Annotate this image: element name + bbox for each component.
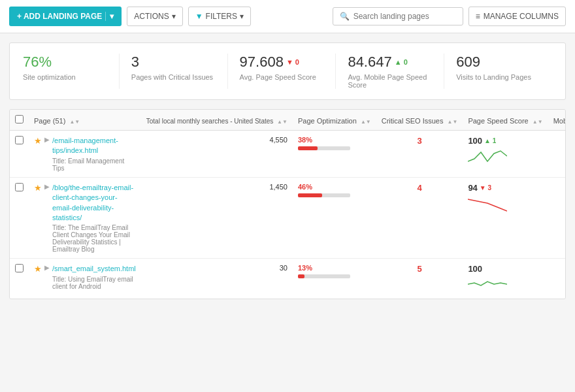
row-mobile-usability-cell: ! xyxy=(548,259,566,299)
table-row: ★ ▶ /smart_email_system.html Title: Usin… xyxy=(10,259,566,299)
star-icon[interactable]: ★ xyxy=(34,183,42,193)
stat-value-mobile-speed: 84.647 ▲ 0 xyxy=(348,54,432,71)
row-searches-cell: 4,550 xyxy=(141,131,293,178)
critical-value: 3 xyxy=(417,136,421,146)
row-critical-cell: 4 xyxy=(376,177,463,259)
page-title: Title: Email Management Tips xyxy=(52,157,136,172)
add-arrow-icon: ▾ xyxy=(105,12,114,21)
row-page-cell: ★ ▶ /email-management-tips/index.html Ti… xyxy=(29,131,141,178)
speed-score-wrap: 100 ▲ 1 xyxy=(468,136,542,165)
row-speed-cell: 94 ▼ 3 xyxy=(463,177,548,259)
expand-arrow-icon[interactable]: ▶ xyxy=(44,264,50,271)
stat-value-page-speed: 97.608 ▼ 0 xyxy=(240,54,324,71)
add-label: + ADD LANDING PAGE xyxy=(17,12,102,21)
optimization-bar-wrap: 13% xyxy=(298,264,371,278)
row-speed-cell: 100 xyxy=(463,259,548,299)
searches-value: 1,450 xyxy=(269,183,288,191)
sort-arrows-searches: ▲▼ xyxy=(277,119,288,125)
optimization-bar-fill xyxy=(298,146,318,150)
stat-value-critical: 3 xyxy=(131,54,216,71)
manage-columns-button[interactable]: ≡ MANAGE COLUMNS xyxy=(468,7,566,26)
mobile-usability-column-header[interactable]: Mobile usability ▲▼ xyxy=(548,110,566,131)
speed-value: 94 ▼ 3 xyxy=(468,183,542,193)
speed-change: ▲ 1 xyxy=(484,137,496,144)
opt-column-header[interactable]: Page Optimization ▲▼ xyxy=(293,110,376,131)
stat-badge-page-speed: ▼ 0 xyxy=(286,58,299,66)
page-title: Title: Using EmailTray email client for … xyxy=(52,276,136,290)
search-input[interactable] xyxy=(353,12,456,21)
stat-critical-issues: 3 Pages with Critical Issues xyxy=(120,54,228,89)
sort-arrows-critical: ▲▼ xyxy=(448,119,458,125)
speed-change: ▼ 3 xyxy=(480,184,491,191)
optimization-label: 38% xyxy=(298,136,371,144)
optimization-bar-fill xyxy=(298,274,304,278)
critical-value: 5 xyxy=(417,264,421,274)
stat-label-page-speed: Avg. Page Speed Score xyxy=(240,73,324,81)
stat-page-speed: 97.608 ▼ 0 Avg. Page Speed Score xyxy=(228,54,337,89)
row-mobile-usability-cell: ! xyxy=(548,131,566,178)
filters-button[interactable]: ▼ FILTERS ▾ xyxy=(188,7,251,26)
stat-visits: 609 Visits to Landing Pages xyxy=(444,54,552,89)
row-searches-cell: 1,450 xyxy=(141,177,293,259)
optimization-bar-wrap: 46% xyxy=(298,183,371,197)
star-icon[interactable]: ★ xyxy=(34,136,42,146)
toolbar-right: 🔍 ≡ MANAGE COLUMNS xyxy=(333,7,566,26)
row-checkbox-cell xyxy=(10,177,29,259)
stat-value-visits: 609 xyxy=(456,54,540,71)
toolbar: + ADD LANDING PAGE ▾ ACTIONS ▾ ▼ FILTERS… xyxy=(0,0,575,33)
sort-arrows-page: ▲▼ xyxy=(69,119,80,125)
row-optimization-cell: 38% xyxy=(293,131,376,178)
speed-value: 100 ▲ 1 xyxy=(468,136,542,146)
searches-value: 30 xyxy=(280,264,288,272)
speed-score-wrap: 94 ▼ 3 xyxy=(468,183,542,212)
row-checkbox[interactable] xyxy=(15,264,24,272)
stat-label-optimization: Site optimization xyxy=(23,73,107,81)
sparkline-speed xyxy=(468,275,507,293)
table-row: ★ ▶ /email-management-tips/index.html Ti… xyxy=(10,131,566,178)
actions-button[interactable]: ACTIONS ▾ xyxy=(127,7,182,26)
row-checkbox[interactable] xyxy=(15,136,24,144)
optimization-label: 13% xyxy=(298,264,371,272)
optimization-bar-wrap: 38% xyxy=(298,136,371,150)
row-optimization-cell: 13% xyxy=(293,259,376,299)
landing-pages-table: Page (51) ▲▼ Total local monthly searche… xyxy=(9,109,566,299)
stats-bar: 76% Site optimization 3 Pages with Criti… xyxy=(9,42,566,100)
row-mobile-usability-cell: ! xyxy=(548,177,566,259)
page-url[interactable]: /blog/the-emailtray-email-client-changes… xyxy=(52,183,136,223)
sort-arrows-speed: ▲▼ xyxy=(533,119,543,125)
searches-column-header[interactable]: Total local monthly searches - United St… xyxy=(141,110,293,131)
critical-column-header[interactable]: Critical SEO Issues ▲▼ xyxy=(376,110,463,131)
page-column-header[interactable]: Page (51) ▲▼ xyxy=(29,110,141,131)
speed-value: 100 xyxy=(468,264,542,274)
optimization-bar-bg xyxy=(298,274,350,278)
star-icon[interactable]: ★ xyxy=(34,264,42,274)
table-row: ★ ▶ /blog/the-emailtray-email-client-cha… xyxy=(10,177,566,259)
stat-label-mobile-speed: Avg. Mobile Page Speed Score xyxy=(348,73,432,89)
select-all-checkbox[interactable] xyxy=(15,115,24,123)
sparkline-speed xyxy=(468,194,507,212)
stat-mobile-speed: 84.647 ▲ 0 Avg. Mobile Page Speed Score xyxy=(336,54,444,89)
stat-label-visits: Visits to Landing Pages xyxy=(456,73,540,81)
manage-icon: ≡ xyxy=(476,12,480,21)
page-url[interactable]: /email-management-tips/index.html xyxy=(52,136,136,156)
row-critical-cell: 5 xyxy=(376,259,463,299)
row-searches-cell: 30 xyxy=(141,259,293,299)
row-optimization-cell: 46% xyxy=(293,177,376,259)
stat-value-optimization: 76% xyxy=(23,54,107,71)
searches-value: 4,550 xyxy=(269,136,288,144)
expand-arrow-icon[interactable]: ▶ xyxy=(44,183,50,190)
expand-arrow-icon[interactable]: ▶ xyxy=(44,136,50,143)
row-checkbox-cell xyxy=(10,131,29,178)
row-checkbox[interactable] xyxy=(15,183,24,191)
add-landing-page-button[interactable]: + ADD LANDING PAGE ▾ xyxy=(9,7,122,26)
page-url[interactable]: /smart_email_system.html xyxy=(52,264,136,274)
page-title: Title: The EmailTray Email Client Change… xyxy=(52,224,136,253)
select-all-header xyxy=(10,110,29,131)
row-critical-cell: 3 xyxy=(376,131,463,178)
sort-arrows-opt: ▲▼ xyxy=(361,119,371,125)
optimization-bar-bg xyxy=(298,146,350,150)
search-icon: 🔍 xyxy=(340,12,350,21)
stat-site-optimization: 76% Site optimization xyxy=(23,54,120,89)
speed-column-header[interactable]: Page Speed Score ▲▼ xyxy=(463,110,548,131)
search-box: 🔍 xyxy=(333,7,463,25)
